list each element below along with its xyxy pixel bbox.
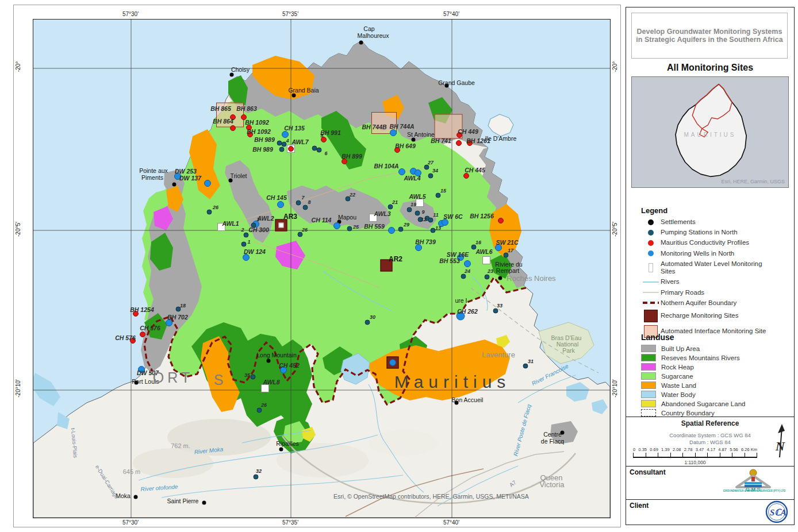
map-label: DW 124: [244, 249, 266, 255]
well-bh744: [390, 129, 397, 136]
landuse-item: Rock Heap: [641, 363, 785, 371]
landuse-item: Waste Land: [641, 381, 785, 389]
landuse-item-label: Rock Heap: [661, 364, 694, 371]
settlement-cap-malhoureux: [359, 41, 363, 45]
map-label: 30: [370, 315, 375, 320]
svg-text:SℂA: SℂA: [770, 508, 787, 517]
ps-33: [493, 309, 498, 314]
map-label: 18: [180, 303, 186, 309]
map-label: Park: [562, 348, 575, 354]
landuse-item-label: Built Up Area: [661, 345, 700, 352]
legend-item: Recharge Monitoring Sites: [641, 310, 785, 322]
map-label: CH 576: [115, 335, 136, 341]
map-label: CH 445: [465, 167, 485, 174]
map-label: Ile D'Ambre: [485, 136, 517, 142]
grid-coordinate-label: 57°40': [443, 519, 459, 526]
map-label: 12: [421, 217, 427, 222]
map-label: DW 253: [175, 168, 197, 175]
settlement-ripailles: [279, 448, 283, 452]
map-label: de Flacq: [541, 438, 564, 445]
map-label: 13: [435, 226, 441, 231]
client-block: Client SℂA: [626, 499, 794, 524]
legend-item: Nothern Aquifer Boundary: [641, 299, 785, 307]
cp-bh864: [230, 125, 236, 131]
scale-tick-label: 5.56: [730, 447, 738, 452]
map-label: AWL2: [257, 215, 274, 222]
map-label: Bon Accueil: [452, 397, 484, 403]
map-label: Victoria: [539, 481, 564, 489]
gms-logo-icon: G M S: [728, 469, 778, 498]
spatial-reference: Spatial Reference Coordinate System : GC…: [626, 417, 794, 467]
map-label: AR3: [283, 213, 297, 221]
map-label: Roches Noires: [507, 275, 555, 283]
landuse-swatch: [641, 391, 656, 398]
landuse-item-label: Abandoned Sugarcane Land: [661, 400, 745, 407]
ps-35: [251, 375, 256, 380]
legend-symbol-icon: [644, 310, 658, 322]
map-label: ure I: [455, 298, 467, 304]
map-label: AR2: [389, 256, 402, 263]
map-label: CH 300: [248, 227, 269, 233]
project-title: Develop Groundwater Monitoring Systems i…: [631, 13, 788, 59]
map-label: 25: [353, 225, 359, 230]
map-label: CH 449: [458, 129, 478, 135]
map-label: CH 135: [284, 125, 305, 132]
legend-item-label: Primary Roads: [661, 289, 704, 296]
ps-19: [407, 207, 412, 213]
legend-item-label: Monitoring Wells in North: [661, 250, 734, 257]
map-label: 22: [350, 192, 355, 198]
ps-2: [244, 233, 249, 238]
map-label: Mapou: [338, 214, 356, 221]
scale-tick-label: 0: [633, 447, 635, 452]
map-label: 26: [213, 205, 218, 210]
map-label: 6: [324, 151, 327, 156]
legend-symbol-icon: [649, 263, 653, 272]
well-ch145: [277, 201, 284, 208]
legend-symbol-icon: [643, 292, 659, 293]
map-label: Pointe aux: [139, 168, 168, 174]
map-label: Laventure: [482, 351, 515, 359]
map-label: CH 576: [140, 325, 160, 331]
recharge-ar3-inner: [279, 223, 284, 228]
landuse-item-label: Water Body: [661, 391, 696, 398]
map-title: All Monitoring Sites: [626, 63, 794, 73]
map-label: BH 741: [431, 138, 451, 144]
legend-item: Automated Water Level Monitoring Sites: [641, 260, 785, 275]
landuse-swatch: [641, 354, 656, 361]
map-label: BH 559: [364, 223, 385, 230]
map-label: 8: [308, 200, 310, 205]
gms-logo-caption: GROUNDWATER & MINERAL SERVICES (PTY) LTD: [717, 489, 792, 492]
map-label: 26: [302, 228, 308, 233]
map-label: AWL4: [404, 175, 420, 182]
legend-symbol-icon: [643, 282, 659, 283]
map-label: BH 1092: [247, 129, 270, 135]
map-label: 15: [440, 188, 446, 194]
map-label: AWL5: [409, 194, 425, 200]
scale-tick-label: 1.39: [661, 447, 670, 452]
map-label: Triolet: [231, 173, 247, 179]
ps-bh989b: [279, 147, 285, 152]
grid-coordinate-label: -20°10': [612, 379, 618, 397]
grid-coordinate-label: -20°5': [612, 222, 618, 237]
settlement-riviere-du-rempart: [498, 276, 502, 280]
consultant-label: Consultant: [630, 468, 666, 476]
north-arrow-icon: N: [772, 423, 789, 461]
ps-26c: [257, 408, 262, 413]
map-label: 19: [410, 202, 416, 207]
well-recharge3: [389, 359, 396, 366]
map-label: 21: [392, 200, 398, 205]
map-label: BH 864: [213, 118, 233, 125]
map-label: 645 m: [123, 469, 141, 476]
awl6: [482, 256, 490, 264]
legend-symbol-icon: [648, 230, 654, 236]
map-label: S: [214, 372, 227, 387]
landuse-item-label: Country Boundary: [661, 410, 715, 417]
legend-item: Monitoring Wells in North: [641, 250, 785, 257]
grid-coordinate-label: 57°30': [122, 519, 139, 526]
settlement-pointe-aux-piments: [172, 183, 177, 187]
coordinate-system: Coordinate System : GCS WG 84: [626, 432, 794, 439]
map-label: BH 899: [342, 153, 362, 160]
map-label: River Poste de Flacq: [513, 404, 532, 457]
map-label: Mauritius: [394, 373, 511, 391]
map-label: BH 104A: [374, 163, 398, 169]
